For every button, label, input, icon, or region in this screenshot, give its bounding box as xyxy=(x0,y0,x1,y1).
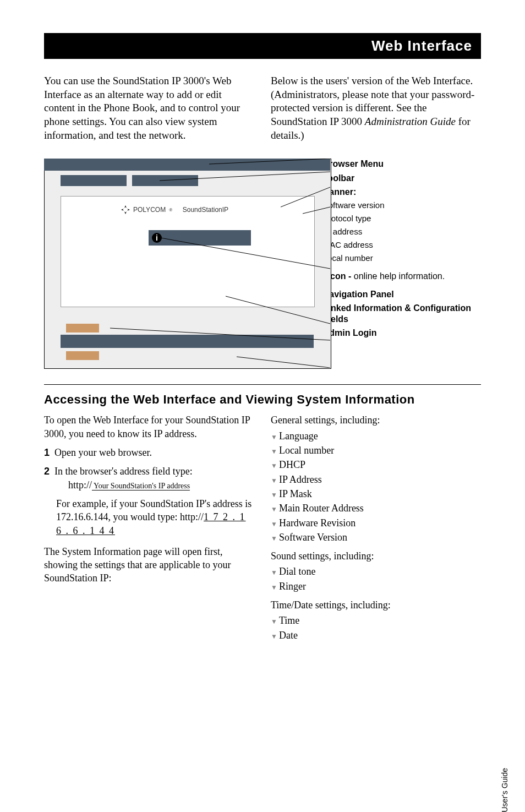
svg-marker-3 xyxy=(124,211,127,214)
step-2-example: For example, if your SoundStation IP's a… xyxy=(44,497,254,537)
section-banner-title: Web Interface xyxy=(371,37,472,54)
diagram: POLYCOM® SoundStationIP i Browser Men xyxy=(44,159,481,368)
section-banner: Web Interface xyxy=(44,33,481,59)
intro-columns: You can use the SoundStation IP 3000's W… xyxy=(44,74,481,142)
intro-right: Below is the users' version of the Web I… xyxy=(271,74,481,142)
svg-marker-2 xyxy=(127,209,130,211)
side-running-head: 9 SoundStation IP 3000 Installation Inst… xyxy=(500,768,508,812)
diagram-labels: Browser Menu Toolbar Banner: Software ve… xyxy=(323,159,481,341)
svg-marker-1 xyxy=(121,209,124,211)
diagram-image: POLYCOM® SoundStationIP i xyxy=(44,159,301,368)
general-settings-list: Language Local number DHCP IP Address IP… xyxy=(271,429,481,544)
step-2: 2 In the browser's address field type: h… xyxy=(44,465,254,492)
diagram-info-bar: i xyxy=(149,230,251,246)
body-columns: To open the Web Interface for your Sound… xyxy=(44,413,481,647)
info-icon: i xyxy=(152,233,162,243)
body-left: To open the Web Interface for your Sound… xyxy=(44,413,254,647)
sound-settings-list: Dial tone Ringer xyxy=(271,565,481,593)
diagram-brand: POLYCOM® SoundStationIP xyxy=(121,205,228,214)
body-right: General settings, including: Language Lo… xyxy=(271,413,481,647)
divider xyxy=(44,384,481,385)
polycom-logo-icon xyxy=(121,205,130,214)
svg-marker-0 xyxy=(124,205,127,208)
step-1: 1 Open your web browser. xyxy=(44,446,254,459)
section-heading: Accessing the Web Interface and Viewing … xyxy=(44,393,481,407)
intro-left: You can use the SoundStation IP 3000's W… xyxy=(44,74,254,142)
time-settings-list: Time Date xyxy=(271,614,481,642)
body-left-p2: The System Information page will open fi… xyxy=(44,545,254,585)
